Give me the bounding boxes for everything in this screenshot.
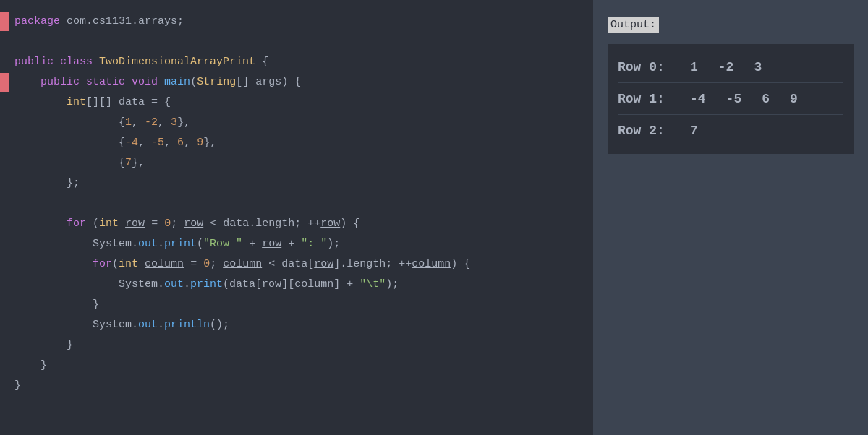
output-row-label: Row 2: bbox=[618, 124, 690, 138]
line-indicator bbox=[0, 93, 9, 112]
code-line: System.out.print(data[row][column] + "\t… bbox=[0, 275, 593, 295]
code-line bbox=[0, 32, 593, 52]
output-row-values: 1 -2 3 bbox=[690, 60, 762, 74]
line-content: } bbox=[9, 356, 593, 375]
line-content: int[][] data = { bbox=[9, 93, 593, 112]
line-indicator bbox=[0, 316, 9, 335]
output-value: 6 bbox=[762, 92, 770, 106]
output-row-1: Row 1: -4 -5 6 9 bbox=[618, 83, 843, 115]
code-line: } bbox=[0, 356, 593, 376]
line-indicator bbox=[0, 134, 9, 152]
line-content: {1, -2, 3}, bbox=[9, 113, 593, 132]
output-value: 7 bbox=[690, 124, 698, 138]
line-content: {7}, bbox=[9, 154, 593, 173]
output-row-label: Row 0: bbox=[618, 60, 690, 74]
output-value: -5 bbox=[726, 92, 742, 106]
output-row-label: Row 1: bbox=[618, 92, 690, 106]
line-indicator bbox=[0, 12, 9, 31]
code-line: } bbox=[0, 335, 593, 356]
code-panel: package com.cs1131.arrays; public class … bbox=[0, 0, 593, 435]
code-line: public class TwoDimensionalArrayPrint { bbox=[0, 52, 593, 72]
line-indicator bbox=[0, 154, 9, 173]
output-row-0: Row 0: 1 -2 3 bbox=[618, 51, 843, 83]
code-line: for (int row = 0; row < data.length; ++r… bbox=[0, 214, 593, 234]
code-line: } bbox=[0, 376, 593, 396]
line-content: System.out.print(data[row][column] + "\t… bbox=[9, 275, 593, 294]
line-indicator bbox=[0, 73, 9, 92]
code-line: {7}, bbox=[0, 153, 593, 173]
line-content bbox=[9, 194, 593, 213]
output-value: -4 bbox=[690, 92, 706, 106]
output-row-values: -4 -5 6 9 bbox=[690, 92, 798, 106]
line-indicator bbox=[0, 53, 9, 72]
line-indicator bbox=[0, 235, 9, 254]
code-line: } bbox=[0, 295, 593, 315]
line-content: package com.cs1131.arrays; bbox=[9, 12, 593, 31]
line-content: for(int column = 0; column < data[row].l… bbox=[9, 255, 593, 274]
line-indicator bbox=[0, 275, 9, 294]
output-value: 3 bbox=[754, 60, 762, 74]
line-content: System.out.print("Row " + row + ": "); bbox=[9, 235, 593, 254]
line-indicator bbox=[0, 255, 9, 274]
line-content: public static void main(String[] args) { bbox=[9, 73, 593, 92]
line-content bbox=[9, 33, 593, 51]
code-line: for(int column = 0; column < data[row].l… bbox=[0, 254, 593, 275]
line-content: System.out.println(); bbox=[9, 316, 593, 335]
code-line: int[][] data = { bbox=[0, 92, 593, 113]
line-indicator bbox=[0, 33, 9, 51]
output-value: 9 bbox=[790, 92, 798, 106]
code-line: {1, -2, 3}, bbox=[0, 113, 593, 133]
output-row-2: Row 2: 7 bbox=[618, 115, 843, 147]
code-line bbox=[0, 194, 593, 214]
code-line: {-4, -5, 6, 9}, bbox=[0, 133, 593, 153]
line-indicator bbox=[0, 376, 9, 395]
line-content: } bbox=[9, 336, 593, 355]
code-line: System.out.print("Row " + row + ": "); bbox=[0, 234, 593, 254]
output-label: Output: bbox=[608, 17, 659, 33]
line-indicator bbox=[0, 336, 9, 355]
output-table: Row 0: 1 -2 3 Row 1: -4 -5 6 9 Row 2: 7 bbox=[608, 44, 854, 154]
line-content: } bbox=[9, 376, 593, 395]
line-indicator bbox=[0, 296, 9, 314]
line-indicator bbox=[0, 356, 9, 375]
output-row-values: 7 bbox=[690, 124, 698, 138]
line-indicator bbox=[0, 215, 9, 233]
line-indicator bbox=[0, 194, 9, 213]
line-content: }; bbox=[9, 174, 593, 193]
code-line: }; bbox=[0, 173, 593, 194]
output-value: 1 bbox=[690, 60, 698, 74]
line-content: for (int row = 0; row < data.length; ++r… bbox=[9, 215, 593, 233]
output-panel: Output: Row 0: 1 -2 3 Row 1: -4 -5 6 9 R… bbox=[593, 0, 868, 435]
code-line: package com.cs1131.arrays; bbox=[0, 12, 593, 32]
line-content: public class TwoDimensionalArrayPrint { bbox=[9, 53, 593, 72]
code-line: public static void main(String[] args) { bbox=[0, 72, 593, 92]
line-indicator bbox=[0, 113, 9, 132]
output-value: -2 bbox=[718, 60, 734, 74]
line-content: } bbox=[9, 296, 593, 314]
code-line: System.out.println(); bbox=[0, 315, 593, 335]
line-indicator bbox=[0, 174, 9, 193]
line-content: {-4, -5, 6, 9}, bbox=[9, 134, 593, 152]
